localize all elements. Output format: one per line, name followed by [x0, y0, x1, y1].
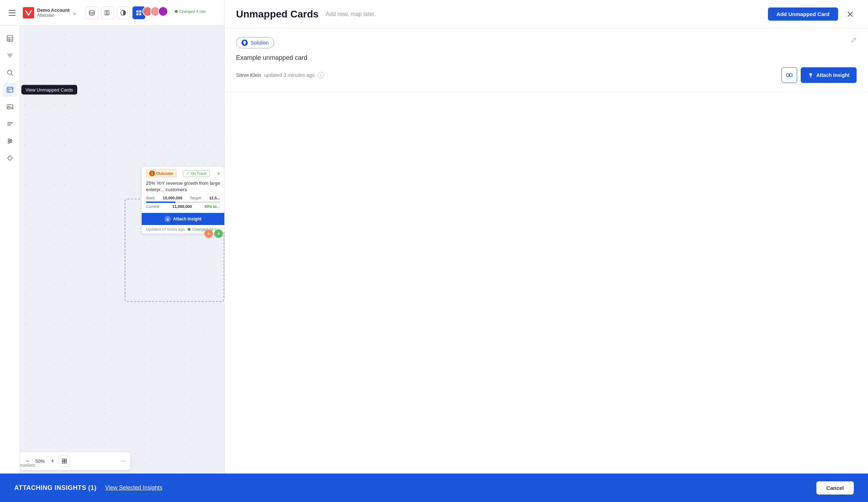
unmapped-cards-panel: Unmapped Cards Add now, map later. Add U…: [224, 0, 868, 502]
svg-point-28: [7, 124, 9, 126]
brand-logo: Demo Account Atlassian ⌄: [23, 7, 77, 19]
percent-label: 40% to...: [204, 204, 220, 209]
start-value: 10,000,000: [163, 196, 182, 200]
sidebar-item-image[interactable]: [3, 100, 17, 114]
svg-rect-1: [9, 12, 16, 13]
sidebar-item-search[interactable]: [3, 66, 17, 80]
canvas-bottom-label-right: markets: [20, 463, 35, 468]
panel-header: Unmapped Cards Add now, map later. Add U…: [225, 0, 868, 28]
sidebar-item-tag[interactable]: [3, 151, 17, 165]
zoom-in-button[interactable]: +: [49, 456, 56, 466]
badge-label: Solution: [251, 40, 269, 46]
progress-bar: [146, 202, 220, 203]
svg-rect-40: [65, 459, 67, 461]
svg-rect-42: [65, 461, 67, 463]
canvas-background: [0, 0, 224, 502]
zoom-bar: − 50% + ···: [20, 452, 130, 470]
current-label: Current:: [146, 204, 160, 209]
svg-line-46: [854, 38, 855, 40]
link-button[interactable]: [781, 67, 797, 83]
card-more-button[interactable]: ▾: [218, 171, 220, 176]
nav-map-button[interactable]: [101, 6, 114, 19]
zoom-level: 50%: [34, 459, 47, 464]
sidebar-item-filter[interactable]: [3, 48, 17, 63]
svg-line-20: [11, 74, 13, 76]
nav-icons: [85, 6, 145, 19]
nav-database-button[interactable]: [85, 6, 98, 19]
card-item: Solution Example unmapped card Steve Kle…: [225, 28, 868, 92]
svg-rect-21: [7, 87, 13, 92]
svg-rect-41: [62, 461, 64, 463]
outcome-card: 1 Outcome ✓ On Track ▾ 25% YoY revenue g…: [142, 167, 224, 234]
progress-fill: [146, 202, 176, 203]
current-value: 11,000,000: [172, 204, 192, 209]
canvas-plus-mid: + +: [204, 229, 223, 238]
metric-row-current: Current: 11,000,000 40% to...: [146, 204, 220, 209]
avatar: [158, 6, 168, 16]
on-track-badge: ✓ On Track: [183, 170, 210, 177]
svg-rect-5: [107, 11, 109, 15]
svg-rect-2: [9, 15, 16, 16]
left-sidebar: View Unmapped Cards: [0, 26, 20, 502]
sidebar-item-dots[interactable]: [3, 117, 17, 131]
author-info: Steve Klein updated 3 minutes ago i: [236, 72, 324, 78]
svg-rect-24: [7, 105, 13, 109]
card-title: 25% YoY revenue growth from large enterp…: [142, 180, 224, 196]
card-item-header: Solution: [236, 37, 857, 54]
sidebar-item-unmapped-cards[interactable]: View Unmapped Cards: [3, 83, 17, 97]
attach-insight-button[interactable]: Attach Insight: [801, 67, 857, 83]
attach-insight-label: Attach Insight: [816, 72, 849, 78]
account-chevron-button[interactable]: ⌄: [72, 9, 77, 16]
account-info: Demo Account Atlassian: [37, 7, 69, 18]
svg-point-35: [10, 140, 12, 142]
svg-rect-9: [136, 13, 138, 15]
panel-subtitle: Add now, map later.: [326, 11, 376, 17]
updated-text: updated 3 minutes ago: [264, 72, 315, 78]
sidebar-item-sliders[interactable]: [3, 134, 17, 148]
svg-point-3: [89, 10, 94, 12]
card-type-badge: Solution: [236, 37, 274, 48]
svg-rect-4: [105, 11, 107, 15]
view-selected-insights-button[interactable]: View Selected Insights: [105, 485, 162, 491]
card-item-footer: Steve Klein updated 3 minutes ago i: [236, 67, 857, 83]
card-updated-label: Updated 17 hours ago: [146, 227, 185, 231]
svg-point-34: [8, 139, 10, 141]
card-attach-insight-button[interactable]: ♦ Attach Insight: [142, 213, 224, 225]
svg-point-45: [244, 44, 245, 45]
plus-button-mid-right[interactable]: +: [214, 229, 223, 238]
svg-point-36: [8, 142, 10, 143]
svg-rect-12: [7, 36, 13, 41]
edit-icon[interactable]: [851, 37, 857, 44]
svg-point-50: [810, 77, 811, 78]
sidebar-item-table[interactable]: [3, 31, 17, 46]
author-name: Steve Klein: [236, 72, 261, 78]
close-panel-button[interactable]: [844, 8, 857, 21]
plus-button-mid-left[interactable]: +: [204, 229, 213, 238]
on-track-label: ✓ On Track: [186, 171, 206, 176]
info-icon[interactable]: i: [318, 72, 324, 78]
panel-title: Unmapped Cards: [236, 9, 319, 20]
user-avatars: [142, 6, 168, 16]
card-metrics: Start: 10,000,000 Target: 12,5... Curren…: [142, 196, 224, 213]
notification-bar: ATTACHING INSIGHTS (1) View Selected Ins…: [0, 474, 868, 502]
start-label: Start:: [146, 196, 155, 200]
outcome-label: Outcome: [156, 171, 173, 176]
account-sub: Atlassian: [37, 13, 69, 18]
badge-solution-icon: [241, 40, 248, 46]
add-unmapped-card-button[interactable]: Add Unmapped Card: [768, 7, 838, 21]
svg-point-11: [175, 10, 178, 13]
card-item-title: Example unmapped card: [236, 54, 857, 62]
outcome-number: 1: [149, 171, 155, 176]
canvas-more-button[interactable]: ···: [121, 458, 126, 464]
hamburger-button[interactable]: [6, 6, 19, 19]
card-attach-label: Attach Insight: [173, 216, 202, 221]
metric-row-start: Start: 10,000,000 Target: 12,5...: [146, 196, 220, 200]
attach-icon: ♦: [164, 216, 171, 222]
target-value: 12,5...: [209, 196, 220, 200]
svg-point-29: [9, 124, 11, 126]
svg-point-27: [9, 122, 11, 124]
nav-circle-button[interactable]: [117, 6, 130, 19]
svg-rect-8: [139, 10, 141, 12]
fit-button[interactable]: [59, 455, 70, 467]
cancel-button[interactable]: Cancel: [816, 481, 854, 495]
